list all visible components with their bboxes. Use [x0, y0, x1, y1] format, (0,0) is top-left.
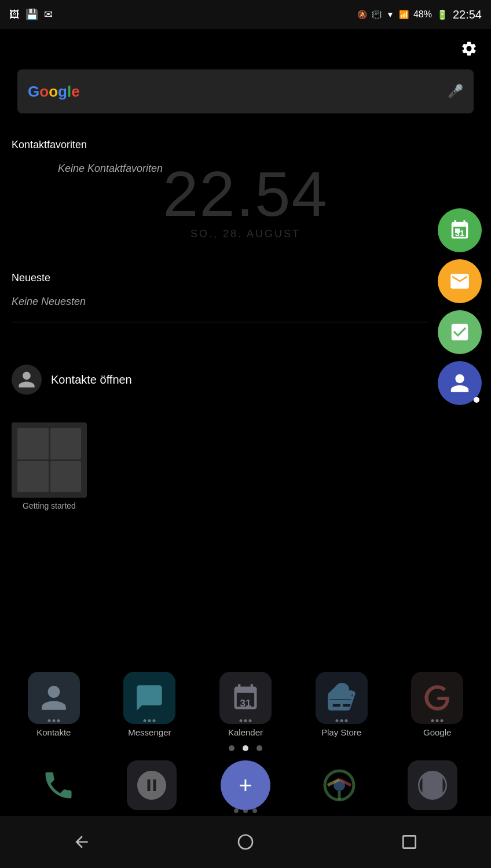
- google-search-bar[interactable]: Google 🎤: [17, 69, 474, 113]
- cam2-svg-icon: [415, 768, 450, 803]
- messenger-label: Messenger: [128, 727, 171, 737]
- contact-avatar: [12, 365, 42, 395]
- dock-camera[interactable]: [117, 760, 186, 810]
- page-dot-1[interactable]: [229, 745, 234, 751]
- recents-square-icon: [400, 833, 419, 851]
- chrome-svg-icon: [322, 768, 357, 803]
- getting-started-label: Getting started: [12, 501, 87, 510]
- neueste-section: Neueste Keine Neuesten: [12, 272, 427, 330]
- google-label: Google: [423, 727, 451, 737]
- plus-icon: +: [239, 774, 252, 797]
- wifi-icon: ▼: [386, 10, 394, 19]
- calendar2-icon: 31: [230, 683, 261, 713]
- svg-point-7: [239, 835, 252, 849]
- store-icon: [327, 683, 357, 713]
- settings-button[interactable]: [456, 36, 482, 61]
- signal-icon: 📶: [399, 10, 409, 19]
- google-icon: [422, 683, 452, 713]
- messenger-icon: [123, 672, 175, 724]
- person-silhouette-icon: [17, 370, 36, 389]
- playstore-label: Play Store: [321, 727, 361, 737]
- svg-text:31: 31: [455, 229, 464, 238]
- widget-thumb-grid: [17, 428, 81, 492]
- app-item-playstore[interactable]: Play Store: [301, 672, 382, 737]
- email-shortcut[interactable]: [438, 259, 482, 303]
- back-button[interactable]: [58, 819, 105, 865]
- app-item-messenger[interactable]: Messenger: [109, 672, 190, 737]
- page-dot-2[interactable]: [243, 745, 248, 751]
- cam2-icon: [408, 760, 457, 810]
- widget-thumbnail: [12, 422, 87, 498]
- home-circle-icon: [236, 833, 255, 851]
- status-time: 22:54: [453, 8, 482, 21]
- person2-icon: [39, 683, 69, 713]
- sd-icon: 💾: [25, 8, 38, 21]
- tasks-shortcut[interactable]: [438, 310, 482, 354]
- mute-icon: 🔕: [357, 10, 367, 19]
- playstore-icon: [316, 672, 368, 724]
- main-content: Google 🎤 22.54 SO., 28. AUGUST Kontaktfa…: [0, 29, 491, 868]
- app-dots: [335, 719, 347, 722]
- chat-icon: [134, 683, 164, 713]
- calendar-shortcut[interactable]: 31: [438, 208, 482, 252]
- status-bar: 🖼 💾 ✉ 🔕 📳 ▼ 📶 48% 🔋 22:54: [0, 0, 491, 29]
- back-icon: [72, 833, 91, 851]
- open-contacts-label: Kontakte öffnen: [51, 373, 132, 387]
- page-indicators: [0, 745, 491, 751]
- tasks-icon: [449, 321, 471, 343]
- contacts-widget: Kontaktfavoriten Keine Kontaktfavoriten: [0, 139, 491, 181]
- app-dots: [144, 719, 156, 722]
- no-neueste-text: Keine Neuesten: [12, 290, 427, 314]
- home-button[interactable]: [222, 819, 269, 865]
- chrome-icon: [314, 760, 364, 810]
- right-icon-column: 31: [438, 208, 482, 405]
- phone-svg-icon: [41, 768, 76, 803]
- dock-chrome[interactable]: [305, 760, 374, 810]
- calendar-icon: 31: [449, 219, 471, 241]
- app-item-kalender[interactable]: 31 Kalender: [205, 672, 286, 737]
- section-divider: [12, 322, 427, 322]
- notification-dot: [474, 397, 479, 403]
- clock-date: SO., 28. AUGUST: [0, 228, 491, 240]
- app-row: Kontakte Messenger: [0, 672, 491, 737]
- bottom-area: Kontakte Messenger: [0, 672, 491, 810]
- phone-icon: [34, 760, 83, 810]
- person-icon: [449, 372, 471, 394]
- svg-rect-8: [403, 836, 415, 848]
- email-icon: [449, 270, 471, 292]
- neueste-title: Neueste: [12, 272, 427, 284]
- gear-icon: [460, 40, 478, 57]
- vibrate-icon: 📳: [372, 10, 382, 19]
- image-icon: 🖼: [9, 9, 20, 21]
- status-icons-left: 🖼 💾 ✉: [9, 8, 53, 21]
- getting-started-widget[interactable]: Getting started: [12, 422, 87, 510]
- kalender-label: Kalender: [228, 727, 263, 737]
- status-icons-right: 🔕 📳 ▼ 📶 48% 🔋 22:54: [357, 8, 482, 21]
- battery-percent: 48%: [413, 9, 432, 20]
- add-button[interactable]: +: [221, 760, 270, 810]
- dock-fab[interactable]: +: [211, 760, 280, 810]
- svg-text:31: 31: [240, 697, 251, 709]
- app-dots: [47, 719, 60, 722]
- app-dots: [431, 719, 444, 722]
- google-logo: Google: [28, 83, 80, 101]
- mic-icon[interactable]: 🎤: [448, 84, 463, 99]
- battery-icon: 🔋: [437, 9, 448, 20]
- kalender-icon: 31: [219, 672, 272, 724]
- dock-cam2[interactable]: [398, 760, 467, 810]
- dock-phone[interactable]: [24, 760, 93, 810]
- page-dot-3[interactable]: [257, 745, 262, 751]
- google-app-icon: [411, 672, 463, 724]
- mail-icon: ✉: [44, 8, 53, 21]
- app-item-kontakte[interactable]: Kontakte: [13, 672, 94, 737]
- contacts-shortcut[interactable]: [438, 361, 482, 405]
- open-contacts-row[interactable]: Kontakte öffnen: [12, 365, 479, 395]
- camera-svg-icon: [134, 768, 169, 803]
- kontakte-label: Kontakte: [36, 727, 71, 737]
- camera-icon: [127, 760, 177, 810]
- no-contacts-text: Keine Kontaktfavoriten: [12, 157, 479, 181]
- kontakte-icon: [28, 672, 80, 724]
- recents-button[interactable]: [386, 819, 433, 865]
- app-item-google[interactable]: Google: [397, 672, 478, 737]
- app-dots: [239, 719, 251, 722]
